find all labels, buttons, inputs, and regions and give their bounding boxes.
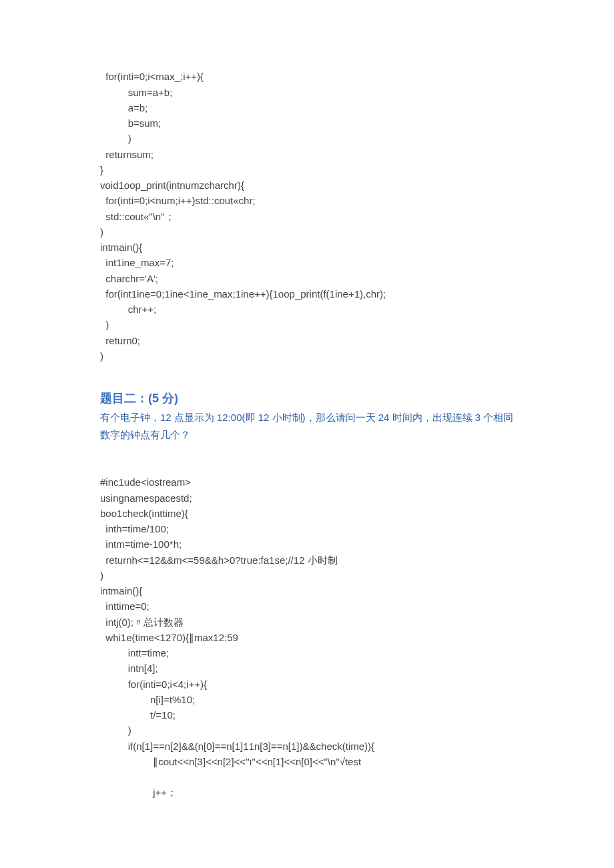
code-line: inth=time/100; (100, 523, 169, 534)
code-line: inttime=0; (100, 600, 149, 612)
code-line: ) (100, 570, 103, 581)
code-line: intmain(){ (100, 585, 142, 596)
code-line: n[i]=t%10; (100, 694, 195, 705)
code-line: void1oop_print(intnumzcharchr){ (100, 179, 244, 191)
code-line: returnh<=12&&m<=59&&h>0?true:fa1se;//12 … (100, 554, 338, 566)
code-line: boo1check(inttime){ (100, 508, 188, 519)
code-line: intt=time; (100, 647, 169, 659)
code-line: ) (100, 226, 103, 238)
code-block-2: #inc1ude<iostream> usingnamespacestd; bo… (100, 459, 514, 801)
desc-line: 有个电子钟，12 点显示为 12:00(即 12 小时制)，那么请问一天 24 … (100, 412, 513, 423)
code-line: t/=10; (100, 709, 176, 721)
code-line: return0; (100, 335, 140, 346)
code-line: ∥cout<<n[3]<<n[2]<<"ı"<<n[1]<<n[0]<<"\n"… (100, 756, 361, 767)
code-line: charchr='A'; (100, 273, 158, 284)
code-line: for(inti=0;i<4;i++){ (100, 679, 207, 690)
code-line: } (100, 164, 103, 175)
document-page: for(inti=0;i<max_;i++){ sum=a+b; a=b; b=… (0, 0, 614, 867)
section-description-2: 有个电子钟，12 点显示为 12:00(即 12 小时制)，那么请问一天 24 … (100, 409, 514, 443)
code-line: intn[4]; (100, 663, 158, 674)
code-line: chr++; (100, 304, 156, 315)
code-line: if(n[1]==n[2]&&(n[0]==n[1]11n[3]==n[1])&… (100, 741, 374, 752)
section-heading-2: 题目二：(5 分) (100, 390, 514, 406)
code-line: a=b; (100, 102, 147, 113)
code-block-1: for(inti=0;i<max_;i++){ sum=a+b; a=b; b=… (100, 53, 514, 364)
code-line: ) (100, 725, 131, 736)
desc-line: 数字的钟点有几个？ (100, 429, 190, 440)
code-line: b=sum; (100, 117, 161, 129)
code-line: for(int1ine=0;1ine<1ine_max;1ine++){1oop… (100, 288, 386, 300)
code-line: std::cout«"\n"； (100, 211, 175, 222)
code-line: intm=time-100*h; (100, 538, 182, 550)
code-line: for(inti=0;i<max_;i++){ (100, 71, 204, 82)
code-line: intj(0);〃总计数器 (100, 616, 184, 628)
code-line: returnsum; (100, 149, 154, 160)
code-line: intmain(){ (100, 242, 142, 253)
code-line: int1ine_max=7; (100, 257, 174, 268)
code-line: usingnamespacestd; (100, 492, 192, 504)
code-line: sum=a+b; (100, 87, 172, 98)
code-line: whi1e(time<1270){∥max12:59 (100, 632, 238, 643)
code-line: j++； (100, 787, 177, 798)
code-line: ) (100, 319, 109, 330)
code-line: ) (100, 133, 131, 144)
code-line: #inc1ude<iostream> (100, 476, 191, 488)
code-line: for(inti=0;i<num;i++)std::cout«chr; (100, 195, 256, 206)
code-line: ) (100, 350, 103, 362)
